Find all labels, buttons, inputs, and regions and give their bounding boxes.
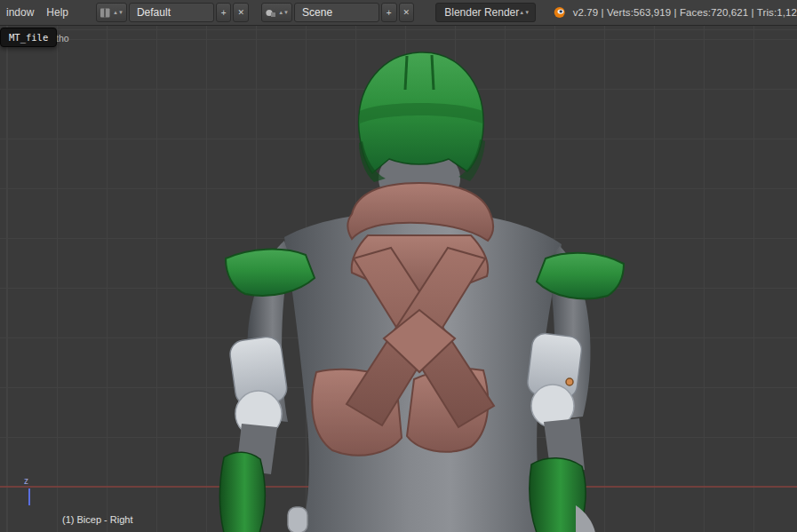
left-forearm-guard[interactable] <box>220 452 266 532</box>
view-name-label: tho <box>56 33 69 44</box>
handle-mesh[interactable] <box>288 507 307 532</box>
scene-statistics: v2.79 | Verts:563,919 | Faces:720,621 | … <box>573 7 797 18</box>
layout-name-field[interactable]: Default <box>129 3 214 22</box>
add-scene-button[interactable]: + <box>381 3 397 22</box>
cursor-dot[interactable] <box>566 378 573 385</box>
scene-icon <box>265 7 276 19</box>
top-header: indow Help ▲▼ Default + ✕ ▲▼ Scene + ✕ B… <box>0 0 797 26</box>
blender-window: indow Help ▲▼ Default + ✕ ▲▼ Scene + ✕ B… <box>0 0 797 532</box>
right-wrist-mesh[interactable] <box>576 505 595 532</box>
delete-layout-button[interactable]: ✕ <box>233 3 249 22</box>
tooltip-mt-file: MT_file <box>0 28 57 47</box>
render-engine-dropdown[interactable]: Blender Render ▲▼ <box>435 3 536 22</box>
dropdown-arrows-icon: ▲▼ <box>113 11 124 15</box>
axis-z-label: z <box>24 476 28 486</box>
scene-name-field[interactable]: Scene <box>294 3 379 22</box>
dropdown-arrows-icon: ▲▼ <box>278 11 289 15</box>
helmet-crest-line <box>405 56 407 90</box>
helmet-crest-line <box>432 55 434 90</box>
menu-window[interactable]: indow <box>0 6 40 19</box>
blender-logo-icon <box>554 4 565 20</box>
active-object-label: (1) Bicep - Right <box>62 514 132 525</box>
character-model[interactable] <box>220 52 625 532</box>
menu-help[interactable]: Help <box>40 6 75 19</box>
editor-layout-icon-button[interactable]: ▲▼ <box>96 3 127 22</box>
add-layout-button[interactable]: + <box>216 3 232 22</box>
render-engine-value: Blender Render <box>444 6 519 19</box>
viewport-scene <box>0 26 797 532</box>
split-layout-icon <box>100 7 111 19</box>
scene-icon-button[interactable]: ▲▼ <box>261 3 292 22</box>
dropdown-arrows-icon: ▲▼ <box>519 11 530 15</box>
delete-scene-button[interactable]: ✕ <box>399 3 415 22</box>
viewport-3d[interactable]: tho MT_file z (1) Bicep - Right <box>0 26 797 532</box>
